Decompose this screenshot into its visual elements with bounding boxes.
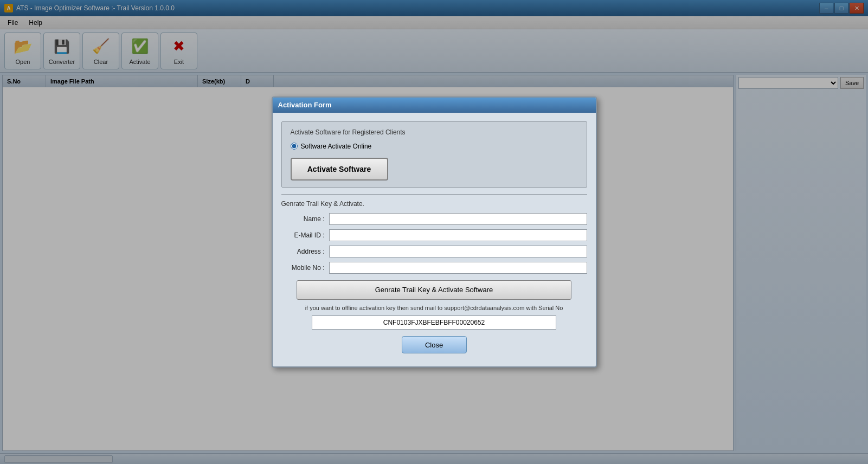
close-dialog-button[interactable]: Close	[402, 336, 467, 353]
email-label: E-Mail ID :	[281, 231, 325, 239]
name-row: Name :	[281, 213, 587, 225]
section1-box: Activate Software for Registered Clients…	[281, 121, 587, 188]
dialog-body: Activate Software for Registered Clients…	[273, 113, 596, 366]
name-label: Name :	[281, 215, 325, 223]
name-input[interactable]	[329, 213, 587, 225]
mobile-row: Mobile No :	[281, 262, 587, 274]
radio-online-label: Software Activate Online	[301, 143, 372, 150]
activation-dialog: Activation Form Activate Software for Re…	[272, 96, 597, 368]
address-row: Address :	[281, 246, 587, 257]
serial-number-field	[312, 315, 556, 330]
dialog-title: Activation Form	[278, 101, 332, 109]
activate-software-button[interactable]: Activate Software	[291, 158, 388, 181]
radio-row: Software Activate Online	[291, 143, 578, 150]
section-divider	[281, 194, 587, 195]
address-input[interactable]	[329, 246, 587, 257]
address-label: Address :	[281, 248, 325, 255]
section1-header: Activate Software for Registered Clients	[291, 128, 578, 136]
email-row: E-Mail ID :	[281, 229, 587, 241]
generate-section: Genrate Trail Key & Activate. Name : E-M…	[281, 200, 587, 353]
radio-online[interactable]	[291, 143, 298, 150]
modal-overlay: Activation Form Activate Software for Re…	[0, 0, 868, 464]
email-input[interactable]	[329, 229, 587, 241]
mobile-input[interactable]	[329, 262, 587, 274]
gen-section-header: Genrate Trail Key & Activate.	[281, 200, 587, 208]
generate-key-button[interactable]: Genrate Trail Key & Activate Software	[297, 280, 572, 300]
info-text: if you want to offline activation key th…	[281, 304, 587, 312]
mobile-label: Mobile No :	[281, 264, 325, 272]
dialog-title-bar: Activation Form	[273, 98, 596, 113]
